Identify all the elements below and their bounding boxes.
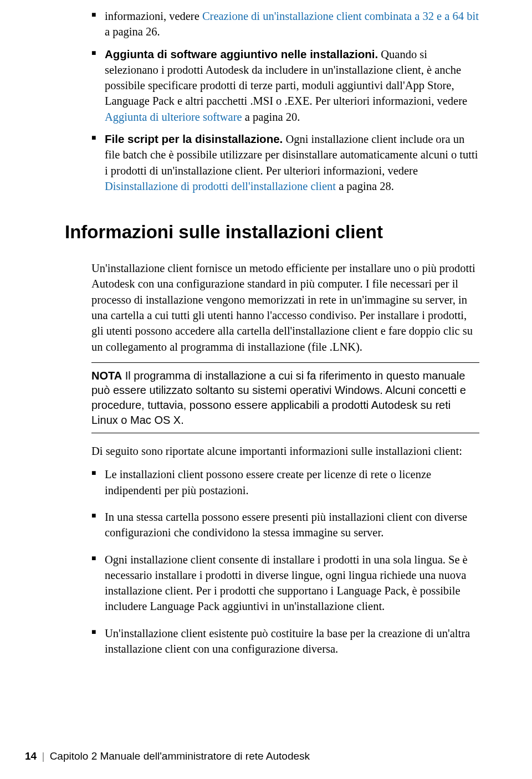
top-bullet-list: informazioni, vedere Creazione di un'ins…: [91, 8, 479, 194]
note-text: Il programma di installazione a cui si f…: [91, 370, 466, 426]
list-item: Ogni installazione client consente di in…: [91, 552, 479, 614]
list-item: File script per la disinstallazione. Ogn…: [91, 131, 479, 194]
text-fragment: informazioni, vedere: [105, 10, 202, 22]
text-fragment: a pagina 28.: [336, 180, 394, 192]
list-item: Aggiunta di software aggiuntivo nelle in…: [91, 47, 479, 125]
link-text: Disinstallazione di prodotti dell'instal…: [105, 180, 336, 192]
note-box: NOTA Il programma di installazione a cui…: [91, 362, 479, 433]
list-item: In una stessa cartella possono essere pr…: [91, 509, 479, 541]
list-item: Un'installazione client esistente può co…: [91, 626, 479, 657]
link-text: Aggiunta di ulteriore software: [105, 111, 242, 123]
page-content: informazioni, vedere Creazione di un'ins…: [0, 0, 532, 657]
separator-icon: |: [42, 750, 44, 762]
text-fragment: a pagina 20.: [242, 111, 300, 123]
link-text: Creazione di un'installazione client com…: [202, 10, 479, 22]
chapter-label: Capitolo 2 Manuale dell'amministratore d…: [50, 750, 310, 762]
bold-lead: File script per la disinstallazione.: [105, 132, 283, 145]
section-heading: Informazioni sulle installazioni client: [65, 222, 479, 243]
note-label: NOTA: [91, 370, 122, 382]
text-fragment: a pagina 26.: [105, 25, 160, 38]
bold-lead: Aggiunta di software aggiuntivo nelle in…: [105, 48, 378, 60]
paragraph: Di seguito sono riportate alcune importa…: [91, 443, 479, 459]
list-item: informazioni, vedere Creazione di un'ins…: [91, 8, 479, 40]
page-footer: 14 | Capitolo 2 Manuale dell'amministrat…: [25, 750, 310, 762]
bottom-bullet-list: Le installazioni client possono essere c…: [91, 467, 479, 657]
paragraph: Un'installazione client fornisce un meto…: [91, 260, 479, 355]
list-item: Le installazioni client possono essere c…: [91, 467, 479, 498]
page-number: 14: [25, 750, 37, 762]
